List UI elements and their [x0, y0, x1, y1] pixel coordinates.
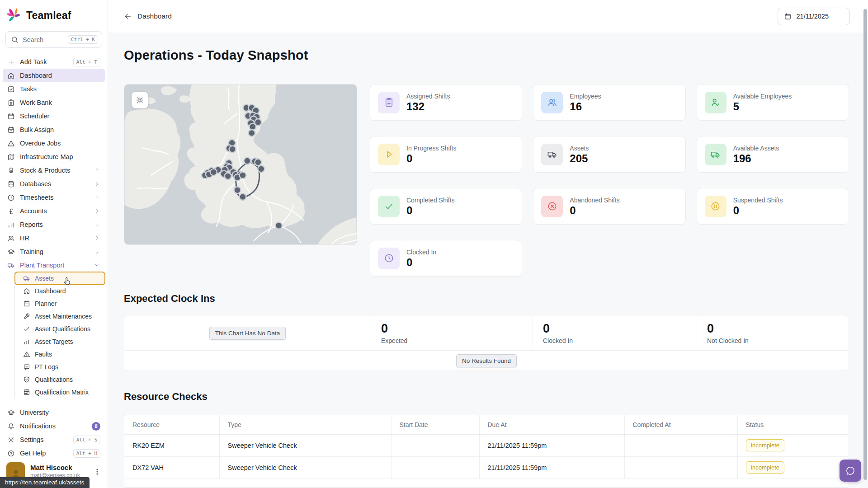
map-marker[interactable]	[248, 130, 255, 136]
logo: Teamleaf	[0, 0, 108, 28]
uk-map	[124, 84, 357, 244]
sidebar-item-notifications[interactable]: Notifications 8	[3, 419, 105, 433]
clipboard-icon	[384, 97, 394, 108]
stat-card-clocked-in[interactable]: Clocked In 0	[370, 240, 522, 277]
table-row[interactable]: RK20 EZMSweeper Vehicle Check21/11/2025 …	[124, 434, 849, 456]
stat-card-assets[interactable]: Assets 205	[533, 136, 685, 173]
sidebar-item-infrastructure-map[interactable]: Infrastructure Map	[3, 150, 105, 164]
sidebar-item-hr[interactable]: HR	[3, 231, 105, 245]
page-title: Operations - Today Snapshot	[124, 48, 849, 63]
sidebar-item-databases[interactable]: Databases	[3, 177, 105, 191]
check-icon	[23, 325, 30, 333]
stat-card-suspended-shifts[interactable]: Suspended Shifts 0	[697, 188, 849, 225]
search-input[interactable]: Search Ctrl + K	[5, 31, 102, 48]
status-badge: Incomplete	[746, 439, 785, 451]
topbar: Dashboard 21/11/2025	[108, 0, 868, 33]
map-marker[interactable]	[249, 123, 256, 130]
submenu-item-faults[interactable]: Faults	[15, 348, 105, 361]
operations-map[interactable]	[124, 84, 357, 245]
user-menu-dots-icon[interactable]	[93, 468, 101, 476]
map-marker[interactable]	[234, 187, 241, 193]
submenu-item-qualifications[interactable]: Qualifications	[15, 373, 105, 386]
submenu-item-asset-maintenances[interactable]: Asset Maintenances	[15, 310, 105, 323]
submenu-item-asset-qualifications[interactable]: Asset Qualifications	[15, 323, 105, 335]
truck-icon	[7, 262, 15, 269]
scrollbar[interactable]	[863, 0, 868, 488]
home-icon	[7, 72, 15, 80]
teamleaf-logo-icon	[6, 8, 22, 23]
map-marker[interactable]	[244, 158, 250, 164]
sidebar-item-get-help[interactable]: Get Help Alt + H	[3, 446, 105, 460]
chart-no-data-pill: This Chart Has No Data	[209, 327, 286, 340]
message-icon	[23, 363, 30, 371]
stat-card-available-assets[interactable]: Available Assets 196	[697, 136, 849, 173]
scrollbar-thumb[interactable]	[863, 9, 867, 480]
map-marker[interactable]	[255, 159, 261, 166]
sidebar-item-training[interactable]: Training	[3, 245, 105, 258]
sidebar-item-stock-and-products[interactable]: Stock & Products	[3, 164, 105, 177]
sidebar-item-bulk-assign[interactable]: Bulk Assign	[3, 123, 105, 136]
sidebar-item-work-bank[interactable]: Work Bank	[3, 96, 105, 109]
map-marker[interactable]	[229, 146, 236, 153]
wrench-icon	[23, 313, 30, 320]
truck-icon	[547, 149, 557, 160]
matrix-icon	[23, 389, 30, 396]
clock-icon	[384, 253, 394, 263]
search-shortcut: Ctrl + K	[68, 35, 98, 44]
calendar-plus-icon	[7, 126, 15, 134]
submenu-item-assets[interactable]: Assets	[15, 272, 105, 285]
calendar-icon	[7, 113, 15, 120]
submenu-item-qualification-matrix[interactable]: Qualification Matrix	[15, 386, 105, 399]
submenu-item-asset-targets[interactable]: Asset Targets	[15, 335, 105, 348]
stat-card-available-employees[interactable]: Available Employees 5	[697, 84, 849, 121]
sidebar-item-plant-transport[interactable]: Plant Transport	[3, 258, 105, 272]
column-header-due-at: Due At	[479, 415, 624, 434]
date-picker[interactable]: 21/11/2025	[778, 8, 850, 25]
breadcrumb[interactable]: Dashboard	[124, 12, 172, 20]
clock-ins-chart-area: This Chart Has No Data	[124, 316, 371, 350]
chevron-right-icon	[94, 167, 100, 174]
app-name: Teamleaf	[26, 9, 71, 22]
stat-not-clocked-in: 0 Not Clocked In	[697, 316, 849, 350]
chat-bubble-icon	[845, 465, 856, 476]
sidebar-item-settings[interactable]: Settings Alt + S	[3, 433, 105, 446]
cell-type: Sweeper Vehicle Check	[219, 456, 391, 479]
map-marker[interactable]	[210, 169, 217, 175]
map-marker[interactable]	[240, 193, 246, 200]
stat-card-assigned-shifts[interactable]: Assigned Shifts 132	[370, 84, 522, 121]
map-marker[interactable]	[258, 165, 264, 172]
submenu-item-dashboard[interactable]: Dashboard	[15, 285, 105, 297]
stat-card-abandoned-shifts[interactable]: Abandoned Shifts 0	[533, 188, 685, 225]
sidebar: Teamleaf Search Ctrl + K Add Task Alt + …	[0, 0, 108, 488]
submenu-item-pt-logs[interactable]: PT Logs	[15, 361, 105, 373]
sidebar-item-tasks[interactable]: Tasks	[3, 82, 105, 96]
sidebar-item-dashboard[interactable]: Dashboard	[3, 69, 105, 82]
submenu-item-planner[interactable]: Planner	[15, 297, 105, 310]
stat-card-completed-shifts[interactable]: Completed Shifts 0	[370, 188, 522, 225]
map-marker[interactable]	[275, 222, 282, 229]
graduation-icon	[7, 409, 15, 417]
column-header-start-date: Start Date	[391, 415, 479, 434]
add-task-button[interactable]: Add Task Alt + T	[3, 55, 105, 69]
home-icon	[23, 287, 30, 295]
bell-icon	[7, 422, 15, 430]
stat-card-in-progress-shifts[interactable]: In Progress Shifts 0	[370, 136, 522, 173]
stat-card-employees[interactable]: Employees 16	[533, 84, 685, 121]
cell-type: Sweeper Vehicle Check	[219, 434, 391, 456]
sidebar-item-scheduler[interactable]: Scheduler	[3, 109, 105, 123]
column-header-resource: Resource	[124, 415, 219, 434]
help-icon	[7, 450, 15, 457]
sidebar-item-university[interactable]: University	[3, 406, 105, 419]
sidebar-item-overdue-jobs[interactable]: Overdue Jobs	[3, 136, 105, 150]
shield-check-icon	[23, 376, 30, 383]
sidebar-item-timesheets[interactable]: Timesheets	[3, 191, 105, 204]
cell-resource: RK20 EZM	[124, 434, 219, 456]
map-marker[interactable]	[240, 172, 246, 178]
no-results-pill: No Results Found	[456, 354, 517, 367]
table-row[interactable]: DX72 VAHSweeper Vehicle Check21/11/2025 …	[124, 456, 849, 479]
sidebar-item-accounts[interactable]: Accounts	[3, 204, 105, 218]
map-settings-button[interactable]	[132, 92, 148, 108]
chat-button[interactable]	[840, 460, 861, 482]
truck-icon	[23, 275, 30, 282]
sidebar-item-reports[interactable]: Reports	[3, 218, 105, 231]
